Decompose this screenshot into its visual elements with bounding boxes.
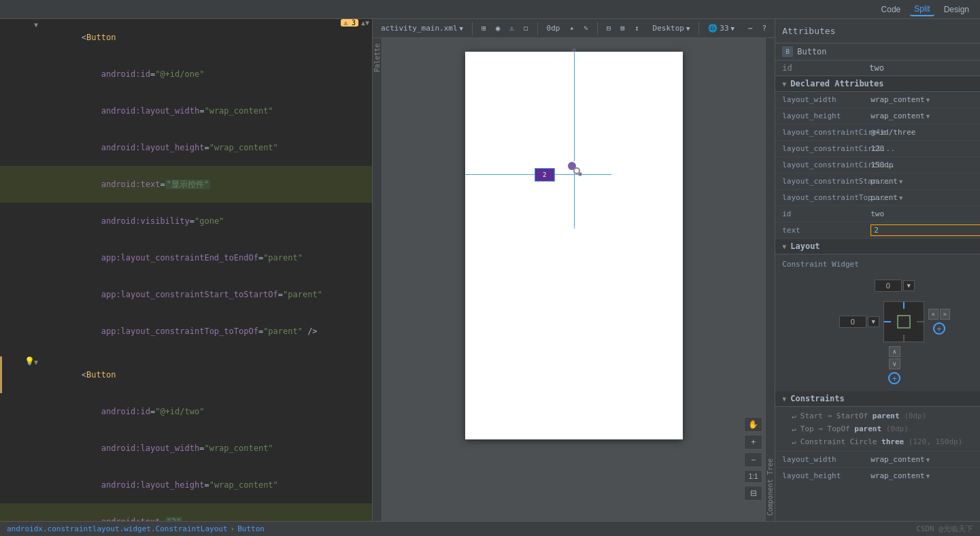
warning-toggle[interactable]: ⚠ bbox=[507, 22, 517, 34]
breadcrumb-constraintlayout[interactable]: androidx.constraintlayout.widget.Constra… bbox=[7, 524, 228, 533]
palette-toggle[interactable]: ⊞ bbox=[479, 22, 489, 34]
question-btn[interactable]: ? bbox=[760, 22, 770, 34]
constraint-circle-label: layout_constraintCircle bbox=[782, 128, 871, 137]
add-constraint-bottom-btn[interactable]: + bbox=[888, 372, 900, 384]
vertical-chain-row: ∧ ∨ bbox=[782, 345, 980, 371]
bottom-width-arrow: ▼ bbox=[926, 456, 930, 463]
constraint-text-3: Constraint Circle three (120, 150dp) bbox=[800, 437, 962, 446]
hand-tool-btn[interactable]: ✋ bbox=[744, 417, 762, 432]
canvas-area[interactable]: 2 bbox=[382, 38, 765, 521]
design-top-toolbar: activity_main.xml ▼ ⊞ ◉ ⚠ ◻ 0dp ✦ ✎ ⊟ ⊠ … bbox=[373, 19, 775, 38]
layout-width-dropdown[interactable]: wrap_content ▼ bbox=[871, 95, 930, 104]
margin-left-input[interactable] bbox=[839, 316, 866, 328]
arrow-top bbox=[903, 302, 905, 309]
align-btn2[interactable]: ⊠ bbox=[618, 22, 628, 34]
zoom-in-btn[interactable]: + bbox=[744, 435, 762, 450]
zoom-fit-btn[interactable]: 1:1 bbox=[744, 470, 762, 483]
constraint-center-box bbox=[883, 301, 924, 342]
chain-btn-up[interactable]: ∧ bbox=[889, 346, 900, 357]
code-view-btn[interactable]: Code bbox=[877, 3, 905, 16]
constraint-line-vertical bbox=[574, 52, 575, 229]
bottom-width-text: wrap_content bbox=[871, 455, 924, 464]
id-label: id bbox=[782, 63, 864, 73]
magic-btn[interactable]: ✦ bbox=[567, 22, 577, 34]
vertical-chain-btns: ∧ ∨ bbox=[889, 346, 900, 369]
margin-left-dropdown[interactable]: ▼ bbox=[868, 316, 879, 327]
bottom-attr-height: layout_height wrap_content ▼ bbox=[775, 467, 980, 484]
number-btn[interactable]: 🌐 33 ▼ bbox=[705, 22, 737, 34]
palette-tab[interactable]: Palette bbox=[373, 38, 381, 78]
code-line-9: app:layout_constraintTop_toTopOf="parent… bbox=[0, 313, 372, 350]
code-line-10[interactable]: 💡 ▼ <Button bbox=[0, 356, 372, 393]
device-frame: 2 bbox=[465, 52, 683, 439]
align-btn1[interactable]: ⊟ bbox=[604, 22, 614, 34]
constraints-chevron: ▼ bbox=[782, 395, 786, 403]
circle-radius-text: 150dp bbox=[871, 161, 893, 169]
grid-btn[interactable]: ⊟ bbox=[744, 486, 762, 501]
layout-height-dropdown[interactable]: wrap_content ▼ bbox=[871, 112, 930, 120]
eye-toggle[interactable]: ◉ bbox=[493, 22, 503, 34]
selected-widget-two[interactable]: 2 bbox=[535, 168, 555, 182]
split-view-btn[interactable]: Split bbox=[910, 3, 934, 16]
constraint-start-arrow: ▼ bbox=[899, 178, 902, 185]
layout-height-value: wrap_content ▼ bbox=[871, 112, 980, 120]
component-type-row: B Button tw bbox=[775, 44, 980, 61]
blueprint-toggle[interactable]: ◻ bbox=[521, 22, 531, 34]
code-line-7: app:layout_constraintEnd_toEndOf="parent… bbox=[0, 239, 372, 276]
add-constraint-btn[interactable]: + bbox=[933, 322, 945, 335]
margin-top-dropdown[interactable]: ▼ bbox=[903, 280, 915, 291]
bottom-plus-row: + bbox=[782, 371, 980, 386]
code-line-12: android:layout_width="wrap_content" bbox=[0, 430, 372, 467]
bottom-width-value: wrap_content ▼ bbox=[871, 455, 980, 464]
layout-chevron: ▼ bbox=[782, 243, 786, 250]
constraint-start-dropdown[interactable]: parent ▼ bbox=[871, 177, 902, 186]
chain-btn-right[interactable]: » bbox=[940, 309, 950, 320]
constraint-box-row: ▼ « bbox=[782, 299, 980, 345]
constraint-top-arrow: ▼ bbox=[899, 195, 902, 201]
breadcrumb-button[interactable]: Button bbox=[237, 524, 265, 533]
design-view-btn[interactable]: Design bbox=[940, 3, 973, 16]
bottom-attr-width: layout_width wrap_content ▼ bbox=[775, 451, 980, 467]
circle-angle-label: layout_constraintCircl... bbox=[782, 144, 871, 153]
attr-panel-title: Attributes bbox=[782, 26, 835, 36]
chain-btn-left[interactable]: « bbox=[928, 309, 939, 320]
id-value: two bbox=[869, 63, 980, 73]
constraints-section-header[interactable]: ▼ Constraints bbox=[775, 391, 980, 407]
attr-text-input[interactable] bbox=[871, 224, 980, 236]
component-tree-side: Component Tree bbox=[765, 38, 775, 521]
chain-row: « » bbox=[928, 309, 950, 320]
pencil-btn[interactable]: ✎ bbox=[581, 22, 591, 34]
attr-id-row: id two bbox=[775, 61, 980, 76]
fold-down[interactable]: ▼ bbox=[365, 19, 369, 27]
bottom-height-value: wrap_content ▼ bbox=[871, 471, 980, 480]
layout-section-header[interactable]: ▼ Layout bbox=[775, 239, 980, 254]
attr-row-id: id two bbox=[775, 206, 980, 222]
more-options[interactable]: ⋯ bbox=[745, 22, 756, 34]
constraint-top-text: parent bbox=[871, 193, 898, 202]
chain-btn-down[interactable]: ∨ bbox=[889, 358, 900, 369]
bottom-height-arrow: ▼ bbox=[926, 473, 930, 480]
circle-radius-label: layout_constraintCircl... bbox=[782, 161, 871, 169]
constraint-start-label: layout_constraintStar... bbox=[782, 177, 871, 186]
layout-width-arrow: ▼ bbox=[926, 97, 930, 103]
code-line-1[interactable]: ▼ <Button ⚠ 3 ▲ ▼ bbox=[0, 19, 372, 56]
bottom-width-dropdown[interactable]: wrap_content ▼ bbox=[871, 455, 930, 464]
constraint-top-dropdown[interactable]: parent ▼ bbox=[871, 193, 902, 202]
component-tree-tab[interactable]: Component Tree bbox=[766, 453, 774, 521]
desktop-label: Desktop bbox=[653, 24, 684, 33]
file-name-item[interactable]: activity_main.xml ▼ bbox=[378, 22, 466, 34]
attr-text-value[interactable] bbox=[871, 224, 980, 236]
constraint-start-text: parent bbox=[871, 177, 898, 186]
canvas-controls: ✋ + − 1:1 ⊟ bbox=[744, 417, 762, 501]
constraint-circle-value: @+id/three bbox=[871, 128, 980, 137]
widget-text: 2 bbox=[543, 171, 546, 178]
circle-angle-text: 120 bbox=[871, 144, 884, 153]
zero-dp-btn[interactable]: 0dp bbox=[544, 22, 563, 34]
constraint-arrow-icon-2: ↵ bbox=[792, 424, 796, 433]
align-btn3[interactable]: ↕ bbox=[632, 22, 642, 34]
bottom-height-dropdown[interactable]: wrap_content ▼ bbox=[871, 471, 930, 480]
margin-top-input[interactable] bbox=[875, 280, 902, 292]
declared-attrs-header[interactable]: ▼ Declared Attributes + − bbox=[775, 76, 980, 92]
desktop-btn[interactable]: Desktop ▼ bbox=[650, 22, 693, 34]
zoom-out-btn[interactable]: − bbox=[744, 452, 762, 467]
